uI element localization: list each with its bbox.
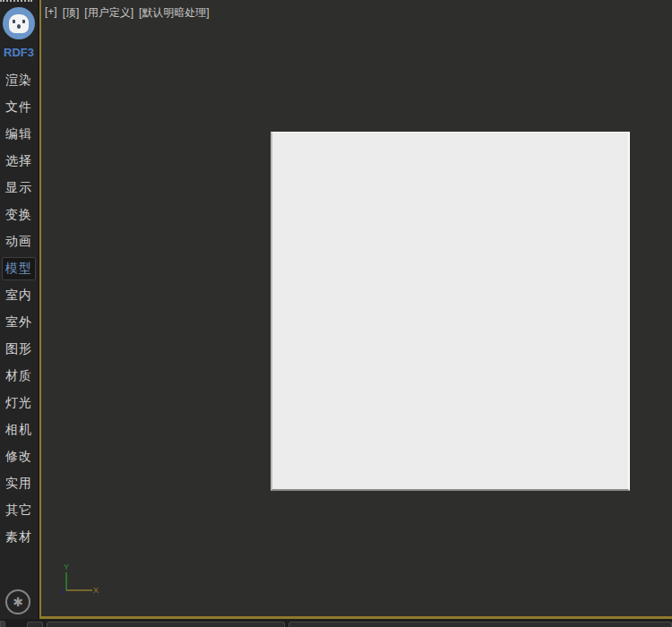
sidebar-item-label: 渲染 bbox=[5, 73, 32, 89]
plugin-sidebar: RDF3 渲染 文件 编辑 选择 显示 bbox=[0, 0, 38, 620]
sidebar-item-label: 室外 bbox=[5, 314, 32, 331]
sidebar-item-label: 室内 bbox=[5, 288, 32, 304]
time-slider-fragment[interactable] bbox=[47, 622, 285, 627]
viewport-canvas[interactable]: [+] [顶] [用户定义] [默认明暗处理] Y X Z bbox=[41, 0, 672, 616]
sidebar-nav: 渲染 文件 编辑 选择 显示 变换 bbox=[0, 67, 38, 551]
axis-x-label: X bbox=[93, 586, 99, 595]
viewport-pov-menu[interactable]: [顶] bbox=[63, 5, 80, 21]
sidebar-item-model[interactable]: 模型 bbox=[2, 257, 36, 280]
sidebar-item-shapes[interactable]: 图形 bbox=[0, 336, 38, 363]
sidebar-item-label: 材质 bbox=[5, 368, 32, 384]
sidebar-item-utility[interactable]: 实用 bbox=[0, 470, 38, 497]
sidebar-item-label: 实用 bbox=[5, 476, 32, 492]
dock-handle[interactable] bbox=[0, 0, 32, 3]
bottom-control-fragment[interactable] bbox=[27, 622, 43, 627]
plugin-logo-button[interactable] bbox=[3, 7, 35, 39]
sidebar-item-lights[interactable]: 灯光 bbox=[0, 390, 38, 417]
sidebar-item-label: 相机 bbox=[5, 422, 32, 438]
sidebar-item-label: 变换 bbox=[5, 207, 32, 223]
settings-button[interactable]: ✱ bbox=[5, 589, 30, 614]
bottom-bar bbox=[0, 619, 672, 627]
sidebar-item-interior[interactable]: 室内 bbox=[0, 282, 38, 309]
face-logo-icon bbox=[9, 14, 29, 33]
sidebar-item-label: 其它 bbox=[5, 502, 32, 519]
gear-icon: ✱ bbox=[13, 596, 23, 608]
world-axis-gizmo: Y X Z bbox=[54, 561, 108, 598]
sidebar-item-label: 模型 bbox=[5, 261, 32, 277]
sidebar-item-assets[interactable]: 素材 bbox=[0, 524, 38, 551]
viewport-user-defined-menu[interactable]: [用户定义] bbox=[84, 5, 134, 21]
sidebar-item-other[interactable]: 其它 bbox=[0, 497, 38, 524]
viewport-menu-bar: [+] [顶] [用户定义] [默认明暗处理] bbox=[45, 5, 210, 21]
track-bar-fragment[interactable] bbox=[289, 622, 672, 627]
sidebar-item-exterior[interactable]: 室外 bbox=[0, 309, 38, 336]
logo-mouth bbox=[17, 24, 21, 29]
plane-object[interactable] bbox=[271, 132, 630, 491]
sidebar-item-edit[interactable]: 编辑 bbox=[0, 121, 38, 148]
sidebar-item-display[interactable]: 显示 bbox=[0, 175, 38, 202]
sidebar-item-file[interactable]: 文件 bbox=[0, 94, 38, 121]
app-window: RDF3 渲染 文件 编辑 选择 显示 bbox=[0, 0, 672, 627]
sidebar-item-label: 图形 bbox=[5, 341, 32, 357]
sidebar-item-material[interactable]: 材质 bbox=[0, 363, 38, 390]
sidebar-item-label: 素材 bbox=[5, 529, 32, 545]
viewport-shading-menu[interactable]: [默认明暗处理] bbox=[139, 5, 210, 21]
sidebar-item-label: 编辑 bbox=[5, 126, 32, 142]
sidebar-item-select[interactable]: 选择 bbox=[0, 148, 38, 175]
sidebar-item-label: 动画 bbox=[5, 234, 32, 250]
sidebar-item-camera[interactable]: 相机 bbox=[0, 417, 38, 443]
sidebar-item-modify[interactable]: 修改 bbox=[0, 443, 38, 470]
axis-z-label: Z bbox=[62, 588, 66, 595]
sidebar-item-label: 文件 bbox=[5, 99, 32, 116]
sidebar-item-label: 选择 bbox=[5, 153, 32, 169]
sidebar-item-animation[interactable]: 动画 bbox=[0, 228, 38, 255]
bottom-corner-fragment bbox=[0, 621, 5, 627]
plugin-title: RDF3 bbox=[0, 46, 38, 60]
sidebar-item-transform[interactable]: 变换 bbox=[0, 202, 38, 228]
sidebar-item-label: 灯光 bbox=[5, 395, 32, 411]
sidebar-item-label: 显示 bbox=[5, 180, 32, 196]
sidebar-item-label: 修改 bbox=[5, 449, 32, 465]
viewport-general-menu[interactable]: [+] bbox=[45, 5, 57, 21]
sidebar-item-render[interactable]: 渲染 bbox=[0, 67, 38, 94]
axis-y-label: Y bbox=[64, 563, 69, 571]
